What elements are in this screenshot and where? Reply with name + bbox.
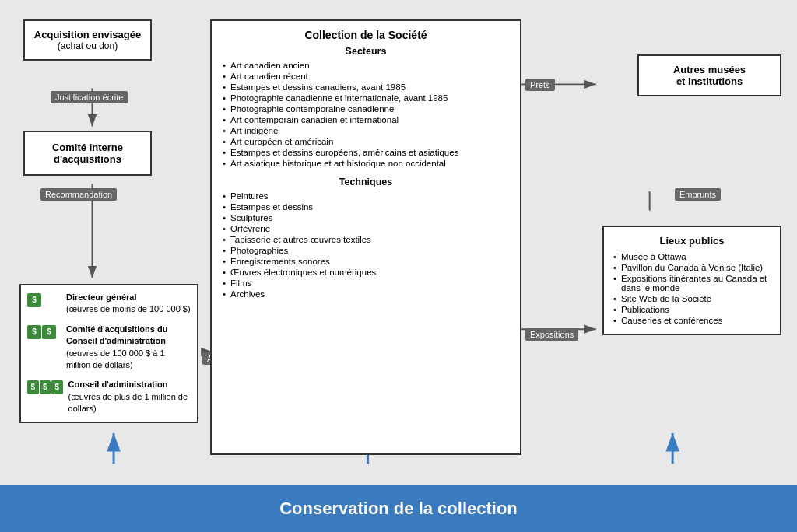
- approval-icons-2: $ $: [27, 325, 61, 339]
- secteurs-list: Art canadien ancien Art canadien récent …: [223, 60, 509, 169]
- justification-label: Justification écrite: [51, 91, 128, 103]
- secteur-7: Art indigène: [223, 125, 509, 136]
- lieu-6: Causeries et conférences: [613, 315, 771, 326]
- technique-3: Sculptures: [223, 212, 509, 223]
- technique-9: Films: [223, 278, 509, 289]
- approval-text-1: Directeur général (œuvres de moins de 10…: [66, 292, 191, 316]
- approval-title-1: Directeur général: [66, 292, 136, 302]
- secteur-3: Estampes et dessins canadiens, avant 198…: [223, 82, 509, 93]
- approval-text-3: Conseil d'administration (œuvres de plus…: [68, 379, 191, 415]
- technique-7: Enregistrements sonores: [223, 256, 509, 267]
- lieux-publics-list: Musée à Ottawa Pavillon du Canada à Veni…: [613, 251, 771, 326]
- approval-row-3: $ $ $ Conseil d'administration (œuvres d…: [27, 379, 191, 415]
- money-icon-2b: $: [42, 325, 56, 339]
- technique-1: Peintures: [223, 191, 509, 201]
- approval-desc-3: (œuvres de plus de 1 million de dollars): [68, 392, 188, 413]
- technique-5: Tapisserie et autres œuvres textiles: [223, 234, 509, 245]
- money-icon-3c: $: [51, 380, 63, 394]
- secteur-8: Art européen et américain: [223, 136, 509, 147]
- technique-8: Œuvres électroniques et numériques: [223, 267, 509, 278]
- acquisition-box: Acquisition envisagée (achat ou don): [23, 19, 152, 61]
- technique-6: Photographies: [223, 245, 509, 256]
- collection-box: Collection de la Société Secteurs Art ca…: [210, 19, 521, 455]
- approval-title-3: Conseil d'administration: [68, 380, 168, 389]
- acquisition-title: Acquisition envisagée: [31, 29, 144, 40]
- secteur-10: Art asiatique historique et art historiq…: [223, 158, 509, 169]
- approval-icons-1: $: [27, 293, 61, 307]
- autres-musees-line2: et institutions: [645, 75, 774, 87]
- technique-2: Estampes et dessins: [223, 201, 509, 212]
- approval-box: $ Directeur général (œuvres de moins de …: [19, 284, 198, 423]
- lieu-5: Publications: [613, 304, 771, 315]
- lieux-publics-box: Lieux publics Musée à Ottawa Pavillon du…: [602, 226, 781, 335]
- collection-title: Collection de la Société: [223, 29, 509, 41]
- secteur-2: Art canadien récent: [223, 71, 509, 82]
- approval-title-2: Comité d'acquisitions du Conseil d'admin…: [66, 324, 167, 345]
- autres-musees-line1: Autres musées: [645, 64, 774, 75]
- lieu-4: Site Web de la Société: [613, 293, 771, 304]
- emprunts-label: Emprunts: [675, 188, 721, 201]
- lieux-publics-title: Lieux publics: [613, 235, 771, 247]
- lieu-3: Expositions itinérantes au Canada et dan…: [613, 273, 771, 293]
- approval-desc-1: (œuvres de moins de 100 000 $): [66, 304, 191, 313]
- bottom-bar: Conservation de la collection: [0, 485, 797, 532]
- technique-10: Archives: [223, 289, 509, 299]
- approval-icons-3: $ $ $: [27, 380, 64, 394]
- technique-4: Orfèvrerie: [223, 223, 509, 234]
- secteur-5: Photographie contemporaine canadienne: [223, 103, 509, 114]
- acquisition-subtitle: (achat ou don): [31, 40, 144, 51]
- approval-desc-2: (œuvres de 100 000 $ à 1 million de doll…: [66, 348, 165, 369]
- secteur-6: Art contemporain canadien et internation…: [223, 114, 509, 125]
- money-icon-3b: $: [40, 380, 51, 394]
- autres-musees-box: Autres musées et institutions: [637, 54, 781, 96]
- lieu-2: Pavillon du Canada à Venise (Italie): [613, 262, 771, 273]
- techniques-title: Techniques: [223, 177, 509, 187]
- comite-title: Comité interne: [31, 142, 144, 153]
- secteur-4: Photographie canadienne et international…: [223, 93, 509, 103]
- lieu-1: Musée à Ottawa: [613, 251, 771, 262]
- approval-text-2: Comité d'acquisitions du Conseil d'admin…: [66, 324, 191, 372]
- secteur-1: Art canadien ancien: [223, 60, 509, 71]
- secteurs-title: Secteurs: [223, 46, 509, 57]
- approval-row-1: $ Directeur général (œuvres de moins de …: [27, 292, 191, 316]
- expositions-label: Expositions: [525, 328, 578, 341]
- money-icon-1: $: [27, 293, 41, 307]
- techniques-list: Peintures Estampes et dessins Sculptures…: [223, 191, 509, 299]
- money-icon-3a: $: [27, 380, 39, 394]
- bottom-bar-text: Conservation de la collection: [279, 499, 518, 519]
- secteur-9: Estampes et dessins européens, américain…: [223, 147, 509, 158]
- comite-subtitle: d'acquisitions: [31, 153, 144, 165]
- recommandation-label: Recommandation: [40, 188, 117, 201]
- comite-box: Comité interne d'acquisitions: [23, 131, 152, 176]
- prets-label: Prêts: [525, 79, 555, 91]
- money-icon-2a: $: [27, 325, 41, 339]
- approval-row-2: $ $ Comité d'acquisitions du Conseil d'a…: [27, 324, 191, 372]
